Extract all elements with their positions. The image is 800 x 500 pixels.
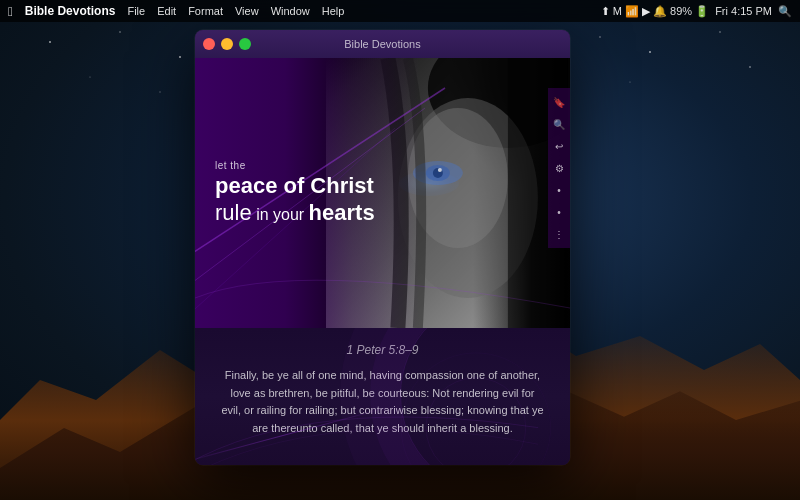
sidebar-icons: 🔖 🔍 ↩ ⚙ • • ⋮ — [548, 88, 570, 248]
content-area: 1 Peter 5:8–9 Finally, be ye all of one … — [195, 328, 570, 465]
menubar-left:  Bible Devotions File Edit Format View … — [8, 4, 344, 19]
window-titlebar: Bible Devotions — [195, 30, 570, 58]
quote-hearts: hearts — [309, 200, 375, 225]
quote-text-block: let the peace of Christ rule in your hea… — [215, 160, 375, 226]
status-icons: ⬆ M 📶 ▶ 🔔 89% 🔋 — [601, 5, 710, 18]
sidebar-icon-back[interactable]: ↩ — [550, 137, 568, 155]
sidebar-icon-search[interactable]: 🔍 — [550, 115, 568, 133]
desktop:  Bible Devotions File Edit Format View … — [0, 0, 800, 500]
quote-in-your: in your — [252, 206, 309, 223]
svg-point-8 — [159, 91, 161, 93]
sidebar-icon-bookmark[interactable]: 🔖 — [550, 93, 568, 111]
menu-window[interactable]: Window — [271, 5, 310, 17]
sidebar-icon-dot1[interactable]: • — [550, 181, 568, 199]
svg-point-7 — [89, 76, 90, 77]
image-area: let the peace of Christ rule in your hea… — [195, 58, 570, 328]
svg-point-2 — [179, 56, 181, 58]
apple-menu[interactable]:  — [8, 4, 13, 19]
svg-point-4 — [649, 51, 651, 53]
menu-view[interactable]: View — [235, 5, 259, 17]
app-name-menu: Bible Devotions — [25, 4, 116, 18]
quote-peace-of-christ: peace of Christ — [215, 173, 374, 198]
clock: Fri 4:15 PM — [715, 5, 772, 17]
deco-circles — [400, 328, 570, 465]
svg-point-0 — [49, 41, 51, 43]
menu-help[interactable]: Help — [322, 5, 345, 17]
window-title: Bible Devotions — [344, 38, 420, 50]
menu-file[interactable]: File — [127, 5, 145, 17]
search-icon[interactable]: 🔍 — [778, 5, 792, 18]
menubar-right: ⬆ M 📶 ▶ 🔔 89% 🔋 Fri 4:15 PM 🔍 — [601, 5, 792, 18]
svg-point-5 — [719, 31, 721, 33]
svg-point-1 — [119, 31, 121, 33]
minimize-button[interactable] — [221, 38, 233, 50]
quote-prefix: let the — [215, 160, 375, 171]
menubar:  Bible Devotions File Edit Format View … — [0, 0, 800, 22]
menu-edit[interactable]: Edit — [157, 5, 176, 17]
quote-rule: rule — [215, 200, 252, 225]
sidebar-icon-settings[interactable]: ⚙ — [550, 159, 568, 177]
svg-point-3 — [599, 36, 601, 38]
sidebar-icon-dot2[interactable]: • — [550, 203, 568, 221]
app-window: Bible Devotions — [195, 30, 570, 465]
quote-overlay: let the peace of Christ rule in your hea… — [195, 58, 570, 328]
menubar-items: File Edit Format View Window Help — [127, 5, 344, 17]
quote-main: peace of Christ rule in your hearts — [215, 173, 375, 226]
svg-point-9 — [629, 81, 630, 82]
maximize-button[interactable] — [239, 38, 251, 50]
svg-point-6 — [749, 66, 751, 68]
window-controls — [203, 38, 251, 50]
close-button[interactable] — [203, 38, 215, 50]
menu-format[interactable]: Format — [188, 5, 223, 17]
sidebar-icon-more[interactable]: ⋮ — [550, 225, 568, 243]
